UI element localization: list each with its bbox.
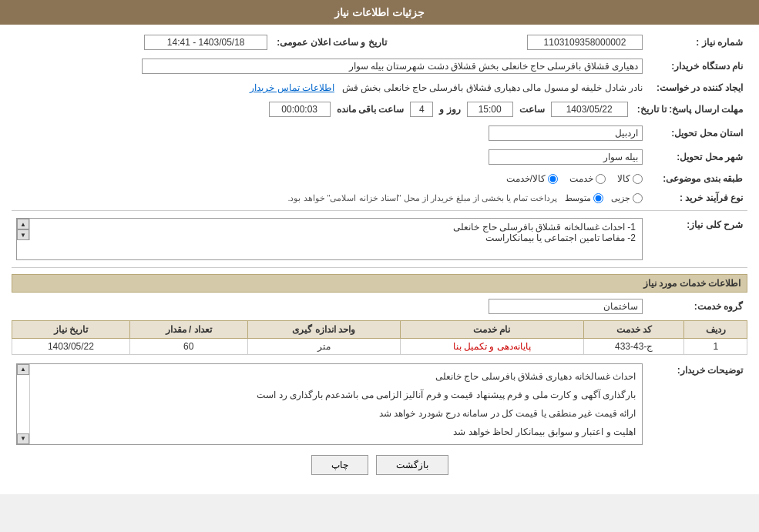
deadline-time-label: ساعت [519,104,545,115]
buyer-notes-box: ▲ ▼ احداث غسالخانه دهیاری قشلاق بافرسلی … [12,361,647,447]
radio-kala-service[interactable]: کالا/خدمت [506,173,558,184]
service-group-label: گروه خدمت: [647,296,747,316]
buyer-label: نام دستگاه خریدار: [647,56,747,76]
cell-service-name: پایانه‌دهی و تکمیل بنا [400,339,583,355]
radio-service[interactable]: خدمت [569,173,606,184]
buyer-note-3: ارائه قیمت غیر منطقی یا قیمت کل در سامان… [34,404,636,423]
scroll-down-btn[interactable]: ▼ [17,229,29,240]
need-desc-line1: 1- احداث غسالخانه قشلاق بافرسلی حاج خانع… [31,222,636,233]
deadline-date: 1403/05/22 [551,102,628,117]
buyer-note-1: احداث غسالخانه دهیاری قشلاق بافرسلی حاج … [34,367,636,386]
deadline-row: 1403/05/22 ساعت 15:00 روز و 4 ساعت باقی … [12,99,633,119]
need-number-value: 1103109358000002 [402,32,647,52]
col-date: تاریخ نیاز [12,321,130,339]
province-value: اردبیل [12,123,647,143]
category-label: طبقه بندی موضوعی: [647,171,747,186]
services-section-title: اطلاعات خدمات مورد نیاز [12,274,747,293]
need-description-box: ▲ ▼ 1- احداث غسالخانه قشلاق بافرسلی حاج … [12,216,647,263]
need-description-label: شرح کلی نیاز: [647,216,747,263]
col-service-code: کد خدمت [583,321,683,339]
buyer-note-2: بارگذاری آگهی و کارت ملی و فرم پیشنهاد ق… [34,386,636,404]
remaining-time: 00:00:03 [269,102,331,117]
cell-row-num: 1 [684,339,747,355]
notes-scroll-up[interactable]: ▲ [17,364,29,375]
page-title: جزئیات اطلاعات نیاز [334,6,425,18]
page-header: جزئیات اطلاعات نیاز [0,0,759,25]
buyer-value: دهیاری قشلاق بافرسلی حاج خانعلی بخش قشلا… [12,56,647,76]
city-value: بیله سوار [12,147,647,167]
button-row: بازگشت چاپ [12,455,747,487]
category-radio: کالا خدمت کالا/خدمت [12,171,647,186]
radio-jozee[interactable]: جزیی [611,193,643,203]
col-row-num: ردیف [684,321,747,339]
cell-date: 1403/05/22 [12,339,130,355]
date-value: 1403/05/18 - 14:41 [12,32,272,52]
cell-service-code: ج-43-433 [583,339,683,355]
back-button[interactable]: بازگشت [376,455,448,475]
service-group-value: ساختمان [12,296,647,316]
table-row: 1 ج-43-433 پایانه‌دهی و تکمیل بنا متر 60… [12,339,747,355]
buyer-note-4: اهلیت و اعتبار و سوابق بیمانکار لحاظ خوا… [34,423,636,441]
province-label: استان محل تحویل: [647,123,747,143]
buyer-notes-label: توضیحات خریدار: [647,361,747,447]
cell-quantity: 60 [129,339,247,355]
print-button[interactable]: چاپ [311,455,368,475]
notes-scroll-down[interactable]: ▼ [17,433,29,444]
col-service-name: نام خدمت [400,321,583,339]
need-number-label: شماره نیاز : [647,32,747,52]
process-label: نوع فرآیند خرید : [647,190,747,206]
date-label: تاریخ و ساعت اعلان عمومی: [272,32,401,52]
process-note: پرداخت تمام یا بخشی از مبلغ خریدار از مح… [287,193,557,203]
radio-motavaset[interactable]: متوسط [565,193,603,203]
contact-link[interactable]: اطلاعات تماس خریدار [250,82,334,93]
creator-label: ایجاد کننده در خواست: [647,80,747,95]
scroll-up-btn[interactable]: ▲ [17,219,29,229]
services-table: ردیف کد خدمت نام خدمت واحد اندازه گیری ت… [12,320,747,355]
need-desc-line2: 2- مفاصا تامین اجتماعی یا بیمانکاراست [31,233,636,243]
cell-unit: متر [247,339,400,355]
col-quantity: تعداد / مقدار [129,321,247,339]
city-label: شهر محل تحویل: [647,147,747,167]
creator-value: نادر شادل خلیفه لو مسول مالی دهیاری قشلا… [12,80,647,95]
remaining-label: ساعت باقی مانده [337,104,405,115]
deadline-label: مهلت ارسال پاسخ: تا تاریخ: [633,99,747,119]
deadline-time: 15:00 [467,102,513,117]
deadline-day-label: روز و [439,104,460,115]
deadline-days: 4 [410,102,433,117]
col-unit: واحد اندازه گیری [247,321,400,339]
radio-kala[interactable]: کالا [617,173,643,184]
process-row: جزیی متوسط پرداخت تمام یا بخشی از مبلغ خ… [12,190,647,206]
